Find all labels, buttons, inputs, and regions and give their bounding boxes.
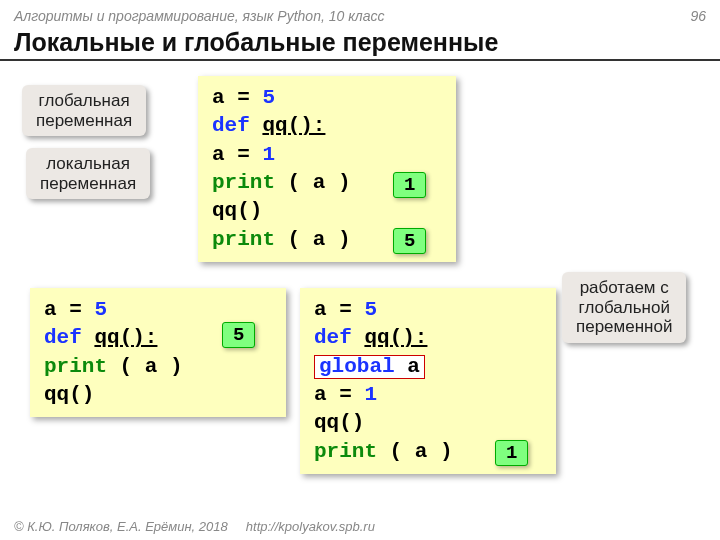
page-title: Локальные и глобальные переменные: [0, 28, 720, 61]
tag-note: работаем сглобальнойпеременной: [562, 272, 686, 343]
output-badge-1: 1: [393, 172, 426, 198]
output-badge-1b: 1: [495, 440, 528, 466]
course-label: Алгоритмы и программирование, язык Pytho…: [14, 8, 384, 24]
page-number: 96: [690, 8, 706, 24]
header: Алгоритмы и программирование, язык Pytho…: [0, 0, 720, 28]
footer: © К.Ю. Поляков, Е.А. Ерёмин, 2018 http:/…: [14, 519, 375, 534]
tag-global-var: глобальнаяпеременная: [22, 85, 146, 136]
footer-copy: © К.Ю. Поляков, Е.А. Ерёмин, 2018: [14, 519, 228, 534]
tag-local-var: локальнаяпеременная: [26, 148, 150, 199]
code-block-2: a = 5 def qq(): print ( a ) qq(): [30, 288, 286, 417]
output-badge-5b: 5: [222, 322, 255, 348]
footer-url: http://kpolyakov.spb.ru: [246, 519, 375, 534]
output-badge-5: 5: [393, 228, 426, 254]
